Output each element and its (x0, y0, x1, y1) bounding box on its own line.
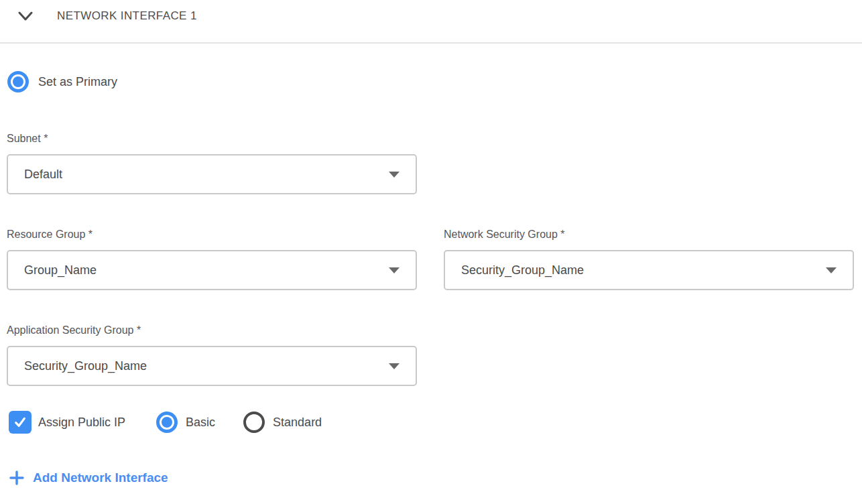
network-security-group-selected-value: Security_Group_Name (461, 263, 584, 277)
resource-group-field: Resource Group * Group_Name (7, 228, 417, 290)
section-title: NETWORK INTERFACE 1 (57, 9, 197, 23)
resource-group-label: Resource Group * (7, 228, 417, 241)
section-divider (0, 42, 862, 44)
add-network-interface-link[interactable]: Add Network Interface (9, 470, 168, 485)
sku-standard-label: Standard (273, 416, 322, 430)
application-security-group-selected-value: Security_Group_Name (24, 359, 147, 373)
sku-standard-radio[interactable] (243, 412, 265, 433)
caret-down-icon (389, 267, 399, 273)
assign-public-ip-checkbox[interactable] (9, 411, 32, 434)
subnet-field: Subnet * Default (7, 132, 417, 194)
set-as-primary-radio[interactable] (7, 71, 29, 92)
network-security-group-label: Network Security Group * (444, 228, 854, 241)
collapse-toggle-button[interactable] (18, 8, 33, 24)
section-header: NETWORK INTERFACE 1 (18, 8, 862, 24)
network-security-group-field: Network Security Group * Security_Group_… (444, 228, 854, 290)
subnet-select[interactable]: Default (7, 154, 417, 194)
caret-down-icon (389, 172, 399, 178)
plus-icon (9, 470, 24, 485)
application-security-group-field: Application Security Group * Security_Gr… (7, 324, 417, 386)
set-as-primary-label: Set as Primary (38, 75, 117, 89)
set-as-primary-option: Set as Primary (7, 71, 862, 92)
subnet-selected-value: Default (24, 168, 62, 182)
sku-basic-label: Basic (186, 416, 215, 430)
assign-public-ip-label: Assign Public IP (38, 416, 125, 430)
chevron-down-icon (18, 11, 33, 21)
public-ip-options-row: Assign Public IP Basic Standard (9, 411, 862, 434)
caret-down-icon (389, 363, 399, 369)
resource-group-selected-value: Group_Name (24, 263, 97, 277)
add-network-interface-label: Add Network Interface (33, 470, 168, 485)
resource-group-select[interactable]: Group_Name (7, 250, 417, 290)
network-security-group-select[interactable]: Security_Group_Name (444, 250, 854, 290)
network-interface-form: NETWORK INTERFACE 1 Set as Primary Subne… (0, 8, 862, 504)
group-fields-row: Resource Group * Group_Name Network Secu… (7, 228, 862, 290)
caret-down-icon (826, 267, 837, 273)
application-security-group-label: Application Security Group * (7, 324, 417, 337)
application-security-group-select[interactable]: Security_Group_Name (7, 346, 417, 386)
check-icon (12, 414, 28, 430)
sku-basic-radio[interactable] (156, 412, 178, 433)
subnet-label: Subnet * (7, 132, 417, 145)
